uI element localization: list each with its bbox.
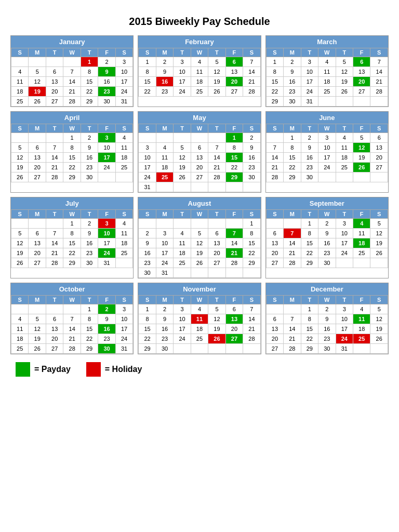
calendar-day: 19 (353, 153, 370, 163)
calendar-day: 10 (336, 314, 353, 324)
month-header-april: April (11, 112, 133, 124)
calendar-day: 31 (156, 268, 173, 278)
calendar-day: 25 (156, 172, 173, 182)
calendar-day (156, 219, 173, 229)
calendar-day (29, 219, 46, 229)
calendar-day: 4 (191, 57, 208, 67)
calendar-week: 20212223242526 (266, 248, 388, 258)
calendar-day: 28 (46, 258, 63, 268)
calendar-day: 3 (318, 133, 336, 143)
calendar-day (46, 304, 63, 314)
calendar-day: 21 (225, 248, 243, 258)
calendar-day: 3 (115, 57, 133, 67)
calendar-day: 22 (63, 163, 81, 172)
calendar-day: 13 (208, 238, 225, 248)
calendar-day: 23 (318, 248, 336, 258)
calendar-day: 12 (353, 143, 370, 153)
calendar-day: 15 (63, 153, 81, 163)
calendar-day: 4 (11, 314, 29, 324)
month-block-february: FebruarySMTWTFS1234567891011121314151617… (138, 35, 261, 107)
day-header: M (284, 296, 301, 304)
calendar-day: 30 (139, 268, 156, 278)
cal-table-december: SMTWTFS123456789101112131415161718192021… (266, 295, 388, 354)
calendar-day: 25 (353, 248, 370, 258)
calendar-day: 16 (156, 77, 173, 87)
calendar-day: 1 (81, 57, 98, 67)
calendar-week: 22232425262728 (266, 87, 388, 97)
calendar-week: 22232425262728 (139, 87, 260, 97)
calendar-day: 22 (139, 87, 156, 97)
calendar-day: 7 (370, 57, 388, 67)
month-header-february: February (138, 36, 260, 48)
month-header-september: September (266, 197, 388, 209)
calendar-day: 10 (115, 314, 133, 324)
calendar-day: 28 (266, 172, 283, 182)
day-header: F (98, 124, 115, 133)
day-header: F (98, 296, 115, 304)
holiday-legend: = Holiday (86, 362, 142, 377)
calendar-day: 30 (284, 97, 301, 107)
calendar-day: 21 (208, 163, 225, 172)
calendar-day: 24 (174, 334, 191, 344)
calendar-day: 17 (139, 163, 156, 172)
calendar-day: 13 (370, 143, 388, 153)
calendar-day: 18 (11, 334, 29, 344)
calendar-day: 18 (336, 153, 353, 163)
calendar-day: 15 (81, 324, 98, 334)
calendar-day: 26 (353, 163, 370, 172)
month-header-january: January (11, 36, 133, 48)
day-header: M (29, 124, 46, 133)
calendar-day: 27 (46, 97, 63, 107)
month-header-may: May (138, 112, 260, 124)
calendar-day: 7 (243, 304, 261, 314)
calendar-day: 31 (139, 182, 156, 192)
calendar-day: 13 (225, 67, 243, 77)
calendar-day: 3 (139, 143, 156, 153)
day-header: T (336, 124, 353, 133)
calendar-day: 22 (284, 163, 301, 172)
day-header: W (318, 48, 336, 57)
calendar-day: 14 (243, 314, 261, 324)
calendar-day (63, 57, 81, 67)
calendar-day: 6 (266, 314, 283, 324)
day-header: M (156, 48, 173, 57)
day-header: S (370, 48, 388, 57)
calendar-day (29, 304, 46, 314)
day-header: M (284, 124, 301, 133)
calendar-day: 26 (29, 97, 46, 107)
calendar-week: 1234 (11, 133, 133, 143)
calendar-day: 16 (81, 153, 98, 163)
calendar-day: 14 (243, 67, 261, 77)
day-header: M (284, 48, 301, 57)
calendar-day: 23 (98, 334, 115, 344)
calendar-day: 21 (63, 87, 81, 97)
calendar-day: 8 (301, 229, 318, 238)
calendar-day: 2 (318, 219, 336, 229)
day-header: S (266, 48, 283, 57)
calendar-day: 12 (208, 314, 225, 324)
calendar-day: 27 (29, 258, 46, 268)
calendar-day (208, 182, 225, 192)
month-header-august: August (138, 197, 260, 209)
calendar-day: 12 (191, 238, 208, 248)
day-header: W (318, 210, 336, 219)
day-header: S (243, 296, 261, 304)
payday-label: = Payday (34, 365, 71, 374)
calendar-day (191, 133, 208, 143)
calendar-day: 4 (336, 133, 353, 143)
calendar-day: 7 (208, 143, 225, 153)
calendar-day: 28 (208, 172, 225, 182)
calendar-day: 29 (301, 344, 318, 354)
calendar-day: 4 (353, 219, 370, 229)
calendar-day: 10 (98, 143, 115, 153)
calendar-day: 25 (115, 163, 133, 172)
calendar-week: 2930 (139, 344, 260, 354)
calendar-day (284, 219, 301, 229)
calendar-day: 28 (225, 258, 243, 268)
calendar-day: 30 (98, 97, 115, 107)
calendar-day: 30 (243, 172, 261, 182)
calendar-day: 8 (284, 143, 301, 153)
calendar-day: 1 (284, 133, 301, 143)
day-header: W (63, 210, 81, 219)
calendar-day (191, 344, 208, 354)
